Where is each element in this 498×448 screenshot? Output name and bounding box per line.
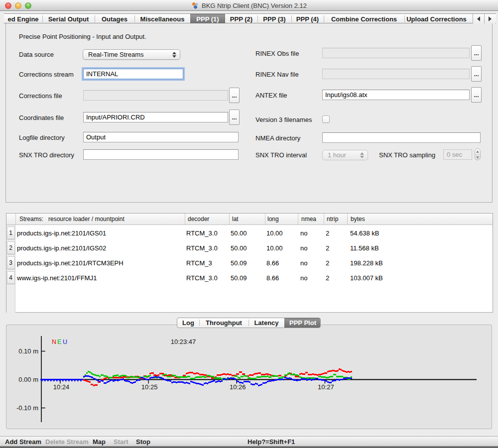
corrections-file-browse-button[interactable]: ...	[229, 88, 240, 103]
cell: 54.638 kB	[350, 225, 379, 240]
tab-scroll-right-button[interactable]	[484, 14, 496, 24]
rinex-nav-input[interactable]	[322, 69, 470, 79]
spin-value: 0 sec	[447, 151, 462, 158]
tab-outages[interactable]: Outages	[95, 14, 134, 24]
window-title: BKG Ntrip Client (BNC) Version 2.12	[202, 2, 307, 9]
header-separator	[15, 214, 16, 224]
snx-tro-sampling-stepper[interactable]	[475, 148, 481, 160]
rinex-obs-input[interactable]	[322, 48, 470, 58]
nmea-dir-input[interactable]	[322, 132, 481, 143]
cell: RTCM_3.0	[186, 240, 218, 255]
tab-ed-engine[interactable]: ed Engine	[4, 14, 42, 24]
tab-label: Combine Corrections	[331, 15, 397, 23]
y-tick-label: -0.10 m	[16, 404, 38, 412]
tab-scroll-left-button[interactable]	[473, 14, 484, 24]
top-tab-bar: ed EngineSerial OutputOutagesMiscellaneo…	[4, 13, 496, 23]
chevron-left-icon	[477, 16, 480, 21]
cell: 2	[326, 240, 329, 255]
tab-divider	[199, 320, 200, 326]
snx-tro-dir-input[interactable]	[83, 149, 239, 160]
statusbar-action-start[interactable]: Start	[114, 437, 128, 447]
tab-ppp-4[interactable]: PPP (4)	[291, 14, 324, 24]
tab-miscellaneous[interactable]: Miscellaneous	[134, 14, 190, 24]
rinex-nav-browse-button[interactable]: ...	[471, 66, 482, 82]
table-row[interactable]: products.igs-ip.net:2101/RTCM3EPHRTCM_35…	[16, 255, 493, 270]
statusbar-action-map[interactable]: Map	[93, 437, 106, 447]
coordinates-file-input[interactable]: Input/APRIORI.CRD	[83, 112, 228, 122]
cell: RTCM_3.0	[186, 270, 218, 285]
snx-tro-interval-select[interactable]: 1 hour	[322, 150, 368, 160]
cell: products.igs-ip.net:2101/IGS02	[17, 240, 106, 255]
window-title-wrap: BKG Ntrip Client (BNC) Version 2.12	[0, 0, 498, 11]
data-source-select[interactable]: Real-Time Streams	[83, 49, 180, 60]
corrections-stream-input[interactable]: INTERNAL	[83, 69, 183, 79]
tab-divider	[404, 15, 405, 22]
cell: 50.09	[231, 270, 247, 285]
column-header-streams[interactable]: Streams: resource loader / mountpoint	[19, 214, 124, 224]
cell: 11.568 kB	[350, 240, 379, 255]
tab-divider	[134, 15, 135, 22]
tab-ppp-1[interactable]: PPP (1)	[190, 14, 225, 24]
stepper-down-icon	[476, 156, 479, 159]
tab-divider	[257, 15, 258, 22]
app-icon	[191, 2, 199, 9]
column-header-bytes[interactable]: bytes	[351, 214, 365, 224]
tab-serial-output[interactable]: Serial Output	[42, 14, 95, 24]
coordinates-file-browse-button[interactable]: ...	[229, 110, 240, 125]
statusbar-action-stop[interactable]: Stop	[136, 437, 150, 447]
tab-divider	[95, 15, 95, 22]
title-bar[interactable]: BKG Ntrip Client (BNC) Version 2.12	[0, 0, 498, 11]
tab-upload-corrections[interactable]: Upload Corrections	[404, 14, 469, 24]
bottom-tab-log[interactable]: Log	[177, 318, 199, 328]
logfile-dir-input[interactable]: Output	[83, 132, 239, 142]
tab-combine-corrections[interactable]: Combine Corrections	[324, 14, 404, 24]
data-source-label: Data source	[19, 51, 54, 58]
corrections-stream-label: Corrections stream	[19, 71, 74, 78]
tab-ppp-3[interactable]: PPP (3)	[257, 14, 291, 24]
header-separator	[298, 214, 298, 224]
antex-input[interactable]: Input/igs08.atx	[322, 90, 470, 100]
row-number[interactable]: 4	[7, 271, 15, 284]
cell: no	[300, 270, 307, 285]
cell: 10.00	[266, 225, 283, 240]
streams-table: Streams: resource loader / mountpointdec…	[6, 213, 493, 313]
snx-tro-sampling-label: SNX TRO sampling	[379, 151, 435, 159]
bottom-tab-throughput[interactable]: Throughput	[199, 318, 249, 328]
column-header-nmea[interactable]: nmea	[301, 214, 316, 224]
antex-browse-button[interactable]: ...	[471, 87, 482, 103]
tab-label: ed Engine	[7, 15, 38, 23]
column-header-lat[interactable]: lat	[232, 214, 239, 224]
ppp-plot: 0.10 m0.00 m-0.10 m10:2410:2510:2610:271…	[6, 325, 492, 429]
plot-title: 10:23:47	[171, 338, 196, 345]
version3-checkbox[interactable]	[322, 115, 330, 123]
x-tick-label: 10:25	[141, 383, 158, 391]
cell: products.igs-ip.net:2101/IGS01	[17, 225, 106, 240]
column-header-decoder[interactable]: decoder	[188, 214, 209, 224]
row-number[interactable]: 2	[7, 241, 15, 254]
bottom-tab-latency[interactable]: Latency	[249, 318, 284, 328]
cell: 50.00	[231, 240, 247, 255]
corrections-file-input[interactable]	[83, 90, 228, 101]
updown-arrows-icon	[360, 152, 364, 158]
bottom-tab-ppp-plot[interactable]: PPP Plot	[284, 318, 321, 328]
statusbar-action-delete-stream[interactable]: Delete Stream	[45, 437, 89, 447]
row-number[interactable]: 1	[7, 226, 15, 239]
column-header-long[interactable]: long	[267, 214, 279, 224]
cell: RTCM_3	[186, 255, 212, 270]
table-row[interactable]: www.igs-ip.net:2101/FFMJ1RTCM_3.050.098.…	[16, 270, 493, 285]
tab-label: PPP (1)	[196, 15, 219, 23]
cell: 2	[326, 270, 329, 285]
rinex-obs-browse-button[interactable]: ...	[471, 45, 482, 61]
tab-label: Serial Output	[48, 15, 89, 23]
table-row[interactable]: products.igs-ip.net:2101/IGS02RTCM_3.050…	[16, 240, 493, 255]
table-row[interactable]: products.igs-ip.net:2101/IGS01RTCM_3.050…	[16, 225, 493, 240]
tab-label: PPP (2)	[230, 15, 252, 23]
tab-ppp-2[interactable]: PPP (2)	[225, 14, 257, 24]
column-header-ntrip[interactable]: ntrip	[327, 214, 338, 224]
cell: 8.66	[266, 255, 279, 270]
tab-label: PPP (4)	[296, 15, 319, 23]
row-number[interactable]: 3	[7, 256, 15, 269]
snx-tro-sampling-spinbox[interactable]: 0 sec	[443, 149, 472, 160]
statusbar-help-text: Help?=Shift+F1	[248, 437, 295, 447]
statusbar-action-add-stream[interactable]: Add Stream	[5, 437, 41, 447]
